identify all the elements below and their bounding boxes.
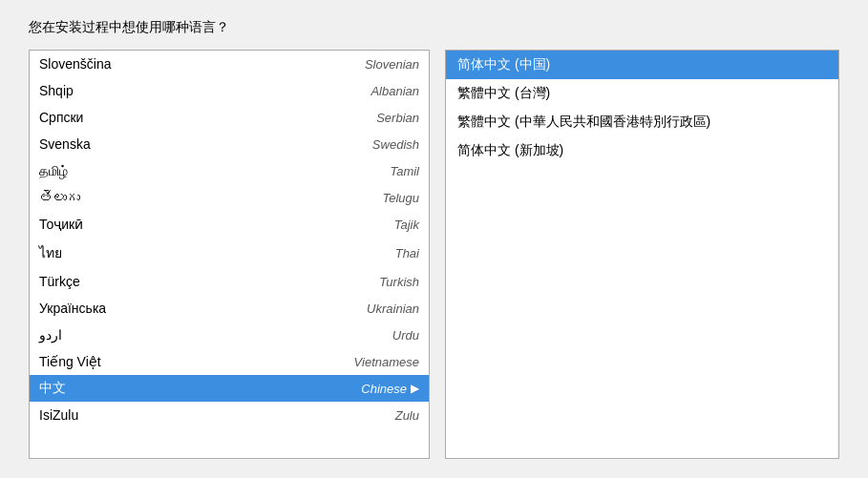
lang-native-label: Српски [39,110,83,125]
lang-english-label: Turkish [379,275,419,289]
lang-english-label: Ukrainian [367,301,419,316]
language-item[interactable]: اردوUrdu [30,322,429,348]
language-item[interactable]: Tiếng ViệtVietnamese [30,348,429,375]
variant-item[interactable]: 繁體中文 (中華人民共和國香港特別行政區) [446,108,838,136]
variant-item[interactable]: 繁體中文 (台灣) [446,79,838,108]
lang-english-label: Telugu [382,191,419,205]
language-item[interactable]: TürkçeTurkish [30,268,429,295]
language-item[interactable]: SlovenščinaSlovenian [30,51,429,77]
lang-native-label: اردو [39,327,62,343]
lang-english-label: Thai [395,246,419,260]
lang-native-label: Українська [39,301,106,316]
lang-english-label: Albanian [370,84,419,98]
lang-native-label: 中文 [39,380,66,397]
language-item[interactable]: УкраїнськаUkrainian [30,295,429,322]
language-item[interactable]: ТоҷикӣTajik [30,211,429,238]
language-item[interactable]: SvenskaSwedish [30,131,429,157]
language-item[interactable]: 中文Chinese ▶ [30,375,429,402]
chevron-right-icon: ▶ [411,382,419,395]
variant-item[interactable]: 简体中文 (中国) [446,51,838,79]
lang-native-label: ไทย [39,242,62,263]
lang-native-label: Türkçe [39,274,80,289]
variant-item[interactable]: 简体中文 (新加坡) [446,136,838,165]
lang-english-label: Slovenian [365,57,419,72]
lang-english-label: Tamil [390,164,419,178]
lang-english-label: Serbian [376,111,419,125]
lang-english-label: Zulu [395,408,419,423]
language-item[interactable]: СрпскиSerbian [30,104,429,131]
language-item[interactable]: தமிழ்Tamil [30,157,429,184]
lang-native-label: తెలుగు [39,190,80,205]
lang-english-label: Chinese [361,382,407,396]
lang-native-label: Slovenščina [39,56,112,72]
lang-native-label: Tiếng Việt [39,354,101,369]
language-item[interactable]: ShqipAlbanian [30,77,429,104]
language-item[interactable]: ไทยThai [30,238,429,268]
panels-container: SlovenščinaSlovenianShqipAlbanianСрпскиS… [29,50,839,459]
lang-native-label: Shqip [39,83,74,98]
lang-english-label: Tajik [394,218,419,232]
lang-english-label: Vietnamese [354,355,419,369]
language-item[interactable]: IsiZuluZulu [30,402,429,428]
lang-native-label: தமிழ் [39,163,68,179]
variant-list[interactable]: 简体中文 (中国)繁體中文 (台灣)繁體中文 (中華人民共和國香港特別行政區)简… [445,50,839,459]
lang-native-label: Svenska [39,136,91,152]
language-item[interactable]: తెలుగుTelugu [30,184,429,211]
question-label: 您在安装过程中想使用哪种语言？ [29,19,839,36]
lang-english-label: Swedish [372,137,419,152]
language-list[interactable]: SlovenščinaSlovenianShqipAlbanianСрпскиS… [29,50,430,459]
lang-english-label: Urdu [392,328,419,343]
lang-native-label: Тоҷикӣ [39,217,83,232]
lang-native-label: IsiZulu [39,407,78,423]
